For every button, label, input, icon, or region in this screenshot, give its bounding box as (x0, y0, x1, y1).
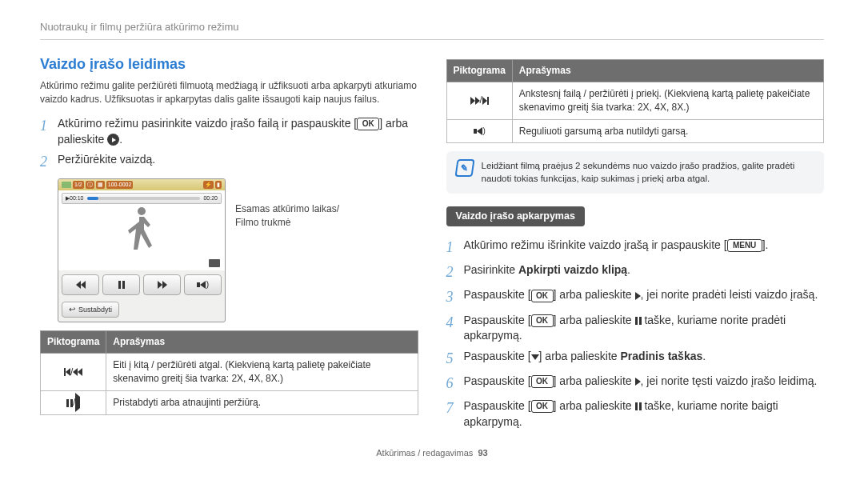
ok-key-icon: OK (531, 375, 554, 388)
table-row: / Eiti į kitą / peržiūrėti atgal. (Kiekv… (41, 354, 418, 391)
step-number: 7 (446, 398, 464, 430)
left-column: Vaizdo įrašo leidimas Atkūrimo režimu ga… (40, 54, 418, 434)
right-icon-table: Piktograma Aprašymas / Ankstesnį failą /… (446, 59, 825, 143)
back-arrow-icon: ↩ (69, 304, 75, 315)
ok-key-icon: OK (357, 118, 379, 130)
ok-key-icon: OK (531, 314, 554, 327)
table-row: / Ankstesnį failą / peržiūrėti į priekį.… (446, 82, 824, 119)
note-icon: ✎ (454, 159, 474, 177)
step-body: Atkūrimo režimu pasirinkite vaizdo įrašo… (58, 116, 418, 147)
counter-chip: 1/2 (73, 181, 84, 189)
section-title: Vaizdo įrašo leidimas (40, 54, 418, 74)
stop-button[interactable]: ↩ Sustabdyti (62, 302, 119, 318)
step-number: 1 (40, 116, 58, 147)
dancer-silhouette-icon (122, 202, 162, 258)
volume-button[interactable]: ) (184, 274, 222, 295)
forward-button[interactable] (143, 274, 181, 295)
rewind-button[interactable] (62, 274, 99, 295)
pause-icon (635, 317, 642, 325)
film-icon (209, 259, 220, 267)
step-body: Peržiūrėkite vaizdą. (58, 152, 418, 172)
play-icon (635, 292, 641, 300)
table-row: ) Reguliuoti garsumą arba nutildyti gars… (446, 119, 824, 143)
down-key-icon (531, 354, 539, 360)
ok-key-icon: OK (531, 290, 554, 302)
volume-icon: ) (446, 119, 512, 143)
step-number: 5 (446, 349, 464, 369)
table-header-desc: Aprašymas (512, 60, 823, 82)
table-header-desc: Aprašymas (106, 331, 418, 354)
pause-play-icon: / (41, 390, 106, 414)
step-body: Paspauskite [OK] arba palieskite taške, … (464, 313, 825, 344)
table-row: / Pristabdyti arba atnaujinti peržiūrą. (41, 390, 418, 414)
rewind-skip-icon: / (41, 354, 106, 391)
table-header-icon: Piktograma (41, 331, 106, 354)
step-number: 6 (446, 374, 464, 394)
step-body: Pasirinkite Apkirpti vaizdo klipą. (464, 262, 825, 282)
page-footer: Atkūrimas / redagavimas 93 (40, 447, 824, 459)
forward-skip-icon: / (446, 82, 512, 119)
menu-key-icon: MENU (727, 239, 762, 252)
play-icon (635, 378, 641, 386)
sub-heading: Vaizdo įrašo apkarpymas (446, 206, 585, 227)
intro-text: Atkūrimo režimu galite peržiūrėti filmuo… (40, 79, 418, 106)
step-body: Atkūrimo režimu išrinkite vaizdo įrašą i… (464, 238, 825, 258)
breadcrumb: Nuotraukų ir filmų peržiūra atkūrimo rež… (40, 20, 824, 40)
player-side-label: Esamas atkūrimo laikas/ Filmo trukmė (235, 178, 339, 230)
step-body: Paspauskite [OK] arba palieskite , jei n… (464, 287, 825, 307)
step-number: 2 (40, 152, 58, 172)
step-body: Paspauskite [] arba palieskite Pradinis … (464, 349, 825, 369)
player-controls: ) (58, 270, 225, 299)
pause-icon (635, 402, 642, 410)
video-player-mock: 1/2 ⓘ▦100-0002 ⚡▮ ▶00:10 00:20 (58, 178, 226, 322)
step-body: Paspauskite [OK] arba palieskite , jei n… (464, 374, 825, 394)
step-number: 2 (446, 262, 464, 282)
right-column: Piktograma Aprašymas / Ankstesnį failą /… (446, 54, 825, 434)
step-number: 4 (446, 313, 464, 344)
step-body: Paspauskite [OK] arba palieskite taške, … (464, 398, 825, 430)
left-icon-table: Piktograma Aprašymas / Eiti į kitą / per… (40, 330, 418, 414)
note-text: Leidžiant filmą praėjus 2 sekundėms nuo … (482, 159, 815, 185)
table-header-icon: Piktograma (446, 60, 512, 82)
note-box: ✎ Leidžiant filmą praėjus 2 sekundėms nu… (446, 151, 825, 193)
time-end: 00:20 (203, 194, 218, 202)
step-number: 3 (446, 287, 464, 307)
ok-key-icon: OK (531, 400, 554, 413)
time-start: 00:10 (70, 194, 84, 202)
step-number: 1 (446, 238, 464, 258)
player-topbar: 1/2 ⓘ▦100-0002 ⚡▮ (58, 179, 225, 190)
play-circle-icon (107, 134, 119, 146)
pause-button[interactable] (102, 274, 140, 295)
